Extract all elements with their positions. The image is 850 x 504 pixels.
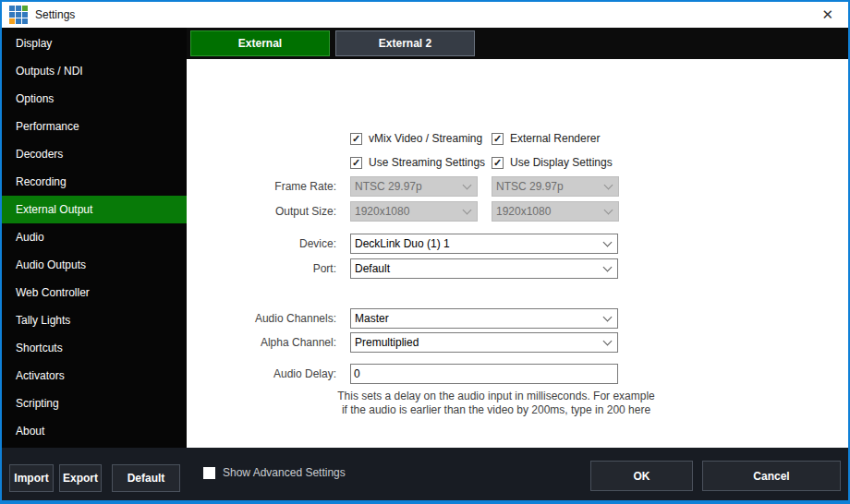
bottom-bar: Import Export Default Show Advanced Sett… (2, 448, 848, 500)
checkbox-unchecked-icon[interactable] (203, 467, 215, 479)
sidebar-item-about[interactable]: About (2, 417, 187, 445)
export-button[interactable]: Export (59, 464, 102, 492)
alpha-channel-select[interactable]: Premultiplied (350, 332, 618, 353)
default-button[interactable]: Default (112, 464, 180, 492)
sidebar-item-options[interactable]: Options (2, 85, 187, 113)
checkbox-external-renderer[interactable]: ✓ External Renderer (492, 131, 600, 146)
checkbox-label: vMix Video / Streaming (369, 132, 482, 145)
chevron-down-icon (603, 262, 613, 271)
checkbox-checked-icon[interactable]: ✓ (350, 133, 362, 145)
audio-channels-label: Audio Channels: (187, 308, 336, 329)
sidebar-item-web-controller[interactable]: Web Controller (2, 279, 187, 306)
settings-window: Settings ✕ Display Outputs / NDI Options… (0, 0, 850, 504)
cancel-button[interactable]: Cancel (702, 461, 841, 491)
checkbox-checked-icon[interactable]: ✓ (350, 157, 362, 169)
sidebar-item-activators[interactable]: Activators (2, 362, 187, 390)
checkbox-label: External Renderer (510, 132, 600, 145)
audio-delay-help-text: This sets a delay on the audio input in … (334, 390, 658, 417)
sidebar-item-external-output[interactable]: External Output (2, 196, 187, 223)
sidebar-item-display[interactable]: Display (2, 30, 187, 57)
sidebar-item-tally-lights[interactable]: Tally Lights (2, 306, 187, 334)
sidebar-item-performance[interactable]: Performance (2, 113, 187, 140)
device-select[interactable]: DeckLink Duo (1) 1 (350, 234, 618, 254)
frame-rate-select-1: NTSC 29.97p (350, 176, 478, 197)
tab-external-2[interactable]: External 2 (335, 30, 475, 56)
chevron-down-icon (463, 205, 472, 214)
show-advanced-settings-label: Show Advanced Settings (223, 466, 346, 479)
audio-delay-label: Audio Delay: (187, 364, 336, 384)
frame-rate-select-2: NTSC 29.97p (492, 176, 619, 197)
sidebar-item-decoders[interactable]: Decoders (2, 140, 187, 168)
tab-strip: External External 2 (187, 28, 848, 59)
audio-channels-select[interactable]: Master (350, 308, 618, 329)
chevron-down-icon (603, 237, 613, 246)
chevron-down-icon (604, 205, 613, 214)
sidebar-item-recording[interactable]: Recording (2, 168, 187, 196)
output-size-label: Output Size: (187, 201, 336, 222)
frame-rate-label: Frame Rate: (187, 176, 336, 197)
checkbox-checked-icon[interactable]: ✓ (492, 133, 504, 145)
sidebar-item-outputs-ndi[interactable]: Outputs / NDI (2, 57, 187, 85)
output-size-select-1: 1920x1080 (350, 201, 478, 222)
checkbox-use-display-settings[interactable]: ✓ Use Display Settings (492, 155, 613, 170)
vmix-logo-icon (9, 6, 28, 24)
tab-external[interactable]: External (190, 30, 330, 56)
chevron-down-icon (604, 180, 613, 189)
show-advanced-settings-checkbox[interactable]: Show Advanced Settings (203, 466, 346, 479)
chevron-down-icon (603, 336, 613, 345)
sidebar-item-shortcuts[interactable]: Shortcuts (2, 334, 187, 362)
checkbox-use-streaming-settings[interactable]: ✓ Use Streaming Settings (350, 155, 485, 170)
close-icon[interactable]: ✕ (814, 3, 841, 27)
alpha-channel-label: Alpha Channel: (187, 332, 336, 353)
ok-button[interactable]: OK (590, 461, 693, 491)
chevron-down-icon (603, 312, 613, 321)
title-bar: Settings ✕ (2, 2, 848, 28)
audio-delay-input[interactable] (350, 364, 618, 384)
checkbox-checked-icon[interactable]: ✓ (492, 157, 504, 169)
chevron-down-icon (463, 180, 472, 189)
external-output-form: ✓ vMix Video / Streaming ✓ External Rend… (187, 59, 848, 448)
sidebar-item-scripting[interactable]: Scripting (2, 390, 187, 417)
import-button[interactable]: Import (9, 464, 54, 492)
port-label: Port: (187, 258, 336, 279)
window-title: Settings (35, 8, 75, 21)
sidebar-item-audio-outputs[interactable]: Audio Outputs (2, 251, 187, 279)
output-size-select-2: 1920x1080 (492, 201, 619, 222)
sidebar: Display Outputs / NDI Options Performanc… (2, 28, 187, 448)
checkbox-label: Use Display Settings (510, 156, 613, 169)
device-label: Device: (187, 234, 336, 254)
checkbox-vmix-video-streaming[interactable]: ✓ vMix Video / Streaming (350, 131, 482, 146)
checkbox-label: Use Streaming Settings (369, 156, 485, 169)
port-select[interactable]: Default (350, 258, 618, 279)
sidebar-item-audio[interactable]: Audio (2, 223, 187, 251)
